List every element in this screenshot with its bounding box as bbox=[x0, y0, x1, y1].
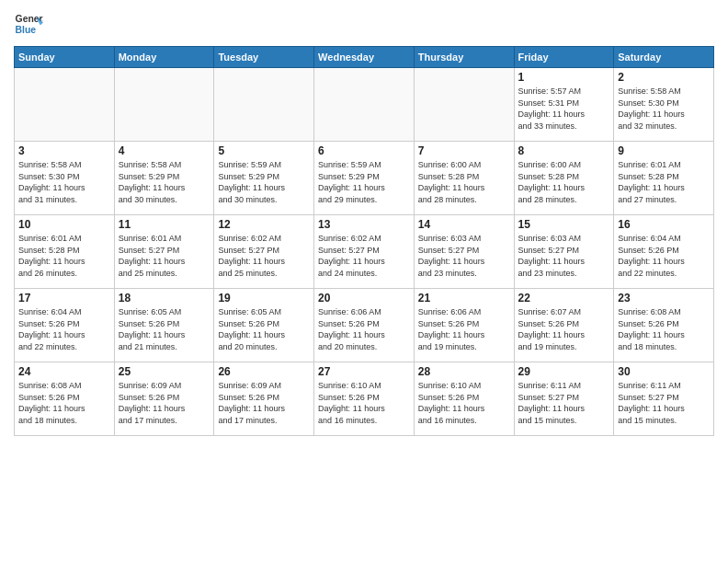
day-info: Sunrise: 5:59 AM Sunset: 5:29 PM Dayligh… bbox=[218, 159, 310, 205]
day-number: 6 bbox=[318, 144, 410, 157]
empty-cell bbox=[414, 68, 514, 142]
day-number: 16 bbox=[618, 218, 710, 231]
day-info: Sunrise: 6:04 AM Sunset: 5:26 PM Dayligh… bbox=[18, 306, 110, 352]
logo-icon: General Blue bbox=[14, 9, 43, 39]
day-number: 5 bbox=[218, 144, 310, 157]
day-info: Sunrise: 6:03 AM Sunset: 5:27 PM Dayligh… bbox=[518, 233, 610, 279]
weekday-header-saturday: Saturday bbox=[614, 47, 714, 68]
day-number: 21 bbox=[418, 292, 510, 304]
day-cell-29: 29Sunrise: 6:11 AM Sunset: 5:27 PM Dayli… bbox=[514, 362, 614, 436]
day-cell-28: 28Sunrise: 6:10 AM Sunset: 5:26 PM Dayli… bbox=[414, 362, 514, 436]
calendar: SundayMondayTuesdayWednesdayThursdayFrid… bbox=[14, 46, 714, 436]
day-info: Sunrise: 6:05 AM Sunset: 5:26 PM Dayligh… bbox=[218, 306, 310, 352]
day-info: Sunrise: 6:03 AM Sunset: 5:27 PM Dayligh… bbox=[418, 233, 510, 279]
svg-text:Blue: Blue bbox=[16, 25, 37, 35]
day-info: Sunrise: 6:08 AM Sunset: 5:26 PM Dayligh… bbox=[18, 380, 110, 426]
day-info: Sunrise: 6:07 AM Sunset: 5:26 PM Dayligh… bbox=[518, 306, 610, 352]
weekday-header-friday: Friday bbox=[514, 47, 614, 68]
day-info: Sunrise: 6:09 AM Sunset: 5:26 PM Dayligh… bbox=[119, 380, 210, 426]
day-info: Sunrise: 6:06 AM Sunset: 5:26 PM Dayligh… bbox=[318, 306, 410, 352]
day-number: 9 bbox=[618, 144, 710, 157]
day-number: 19 bbox=[218, 292, 310, 304]
week-row-5: 24Sunrise: 6:08 AM Sunset: 5:26 PM Dayli… bbox=[15, 362, 714, 436]
empty-cell bbox=[314, 68, 415, 142]
day-info: Sunrise: 6:00 AM Sunset: 5:28 PM Dayligh… bbox=[518, 159, 610, 205]
day-cell-15: 15Sunrise: 6:03 AM Sunset: 5:27 PM Dayli… bbox=[514, 215, 614, 289]
weekday-header-wednesday: Wednesday bbox=[314, 47, 415, 68]
day-cell-13: 13Sunrise: 6:02 AM Sunset: 5:27 PM Dayli… bbox=[314, 215, 415, 289]
day-number: 2 bbox=[618, 71, 710, 84]
day-info: Sunrise: 6:01 AM Sunset: 5:28 PM Dayligh… bbox=[618, 159, 710, 205]
day-cell-6: 6Sunrise: 5:59 AM Sunset: 5:29 PM Daylig… bbox=[314, 142, 415, 215]
day-cell-30: 30Sunrise: 6:11 AM Sunset: 5:27 PM Dayli… bbox=[614, 362, 714, 436]
day-cell-11: 11Sunrise: 6:01 AM Sunset: 5:27 PM Dayli… bbox=[114, 215, 214, 289]
weekday-header-row: SundayMondayTuesdayWednesdayThursdayFrid… bbox=[15, 47, 714, 68]
day-info: Sunrise: 6:10 AM Sunset: 5:26 PM Dayligh… bbox=[418, 380, 510, 426]
day-info: Sunrise: 6:06 AM Sunset: 5:26 PM Dayligh… bbox=[418, 306, 510, 352]
weekday-header-monday: Monday bbox=[114, 47, 214, 68]
day-cell-2: 2Sunrise: 5:58 AM Sunset: 5:30 PM Daylig… bbox=[614, 68, 714, 142]
day-cell-14: 14Sunrise: 6:03 AM Sunset: 5:27 PM Dayli… bbox=[414, 215, 514, 289]
day-info: Sunrise: 6:00 AM Sunset: 5:28 PM Dayligh… bbox=[418, 159, 510, 205]
week-row-2: 3Sunrise: 5:58 AM Sunset: 5:30 PM Daylig… bbox=[15, 142, 714, 215]
day-cell-7: 7Sunrise: 6:00 AM Sunset: 5:28 PM Daylig… bbox=[414, 142, 514, 215]
weekday-header-sunday: Sunday bbox=[15, 47, 115, 68]
day-number: 4 bbox=[119, 144, 210, 157]
day-cell-18: 18Sunrise: 6:05 AM Sunset: 5:26 PM Dayli… bbox=[114, 289, 214, 362]
day-cell-25: 25Sunrise: 6:09 AM Sunset: 5:26 PM Dayli… bbox=[114, 362, 214, 436]
day-cell-17: 17Sunrise: 6:04 AM Sunset: 5:26 PM Dayli… bbox=[15, 289, 115, 362]
day-cell-21: 21Sunrise: 6:06 AM Sunset: 5:26 PM Dayli… bbox=[414, 289, 514, 362]
day-number: 22 bbox=[518, 292, 610, 304]
day-cell-1: 1Sunrise: 5:57 AM Sunset: 5:31 PM Daylig… bbox=[514, 68, 614, 142]
weekday-header-tuesday: Tuesday bbox=[214, 47, 314, 68]
day-number: 15 bbox=[518, 218, 610, 231]
day-info: Sunrise: 6:01 AM Sunset: 5:28 PM Dayligh… bbox=[18, 233, 110, 279]
logo: General Blue bbox=[14, 9, 43, 39]
day-number: 7 bbox=[418, 144, 510, 157]
day-cell-5: 5Sunrise: 5:59 AM Sunset: 5:29 PM Daylig… bbox=[214, 142, 314, 215]
day-cell-8: 8Sunrise: 6:00 AM Sunset: 5:28 PM Daylig… bbox=[514, 142, 614, 215]
day-number: 11 bbox=[119, 218, 210, 231]
day-cell-9: 9Sunrise: 6:01 AM Sunset: 5:28 PM Daylig… bbox=[614, 142, 714, 215]
day-info: Sunrise: 6:05 AM Sunset: 5:26 PM Dayligh… bbox=[119, 306, 210, 352]
day-number: 17 bbox=[18, 292, 110, 304]
weekday-header-thursday: Thursday bbox=[414, 47, 514, 68]
day-info: Sunrise: 6:11 AM Sunset: 5:27 PM Dayligh… bbox=[618, 380, 710, 426]
day-info: Sunrise: 6:02 AM Sunset: 5:27 PM Dayligh… bbox=[318, 233, 410, 279]
day-number: 1 bbox=[518, 71, 610, 84]
day-cell-12: 12Sunrise: 6:02 AM Sunset: 5:27 PM Dayli… bbox=[214, 215, 314, 289]
day-number: 18 bbox=[119, 292, 210, 304]
day-number: 12 bbox=[218, 218, 310, 231]
day-cell-27: 27Sunrise: 6:10 AM Sunset: 5:26 PM Dayli… bbox=[314, 362, 415, 436]
day-number: 24 bbox=[18, 365, 110, 378]
day-cell-23: 23Sunrise: 6:08 AM Sunset: 5:26 PM Dayli… bbox=[614, 289, 714, 362]
day-cell-22: 22Sunrise: 6:07 AM Sunset: 5:26 PM Dayli… bbox=[514, 289, 614, 362]
day-cell-10: 10Sunrise: 6:01 AM Sunset: 5:28 PM Dayli… bbox=[15, 215, 115, 289]
day-cell-26: 26Sunrise: 6:09 AM Sunset: 5:26 PM Dayli… bbox=[214, 362, 314, 436]
week-row-1: 1Sunrise: 5:57 AM Sunset: 5:31 PM Daylig… bbox=[15, 68, 714, 142]
day-number: 20 bbox=[318, 292, 410, 304]
day-info: Sunrise: 6:02 AM Sunset: 5:27 PM Dayligh… bbox=[218, 233, 310, 279]
day-info: Sunrise: 6:08 AM Sunset: 5:26 PM Dayligh… bbox=[618, 306, 710, 352]
day-info: Sunrise: 5:58 AM Sunset: 5:30 PM Dayligh… bbox=[618, 86, 710, 132]
day-number: 13 bbox=[318, 218, 410, 231]
day-number: 3 bbox=[18, 144, 110, 157]
header: General Blue bbox=[14, 9, 714, 39]
day-info: Sunrise: 5:57 AM Sunset: 5:31 PM Dayligh… bbox=[518, 86, 610, 132]
day-number: 26 bbox=[218, 365, 310, 378]
day-number: 8 bbox=[518, 144, 610, 157]
day-number: 14 bbox=[418, 218, 510, 231]
day-number: 10 bbox=[18, 218, 110, 231]
day-info: Sunrise: 6:04 AM Sunset: 5:26 PM Dayligh… bbox=[618, 233, 710, 279]
day-cell-16: 16Sunrise: 6:04 AM Sunset: 5:26 PM Dayli… bbox=[614, 215, 714, 289]
day-cell-4: 4Sunrise: 5:58 AM Sunset: 5:29 PM Daylig… bbox=[114, 142, 214, 215]
empty-cell bbox=[15, 68, 115, 142]
day-number: 30 bbox=[618, 365, 710, 378]
week-row-4: 17Sunrise: 6:04 AM Sunset: 5:26 PM Dayli… bbox=[15, 289, 714, 362]
day-info: Sunrise: 6:09 AM Sunset: 5:26 PM Dayligh… bbox=[218, 380, 310, 426]
week-row-3: 10Sunrise: 6:01 AM Sunset: 5:28 PM Dayli… bbox=[15, 215, 714, 289]
empty-cell bbox=[114, 68, 214, 142]
day-number: 28 bbox=[418, 365, 510, 378]
day-number: 23 bbox=[618, 292, 710, 304]
day-info: Sunrise: 5:59 AM Sunset: 5:29 PM Dayligh… bbox=[318, 159, 410, 205]
